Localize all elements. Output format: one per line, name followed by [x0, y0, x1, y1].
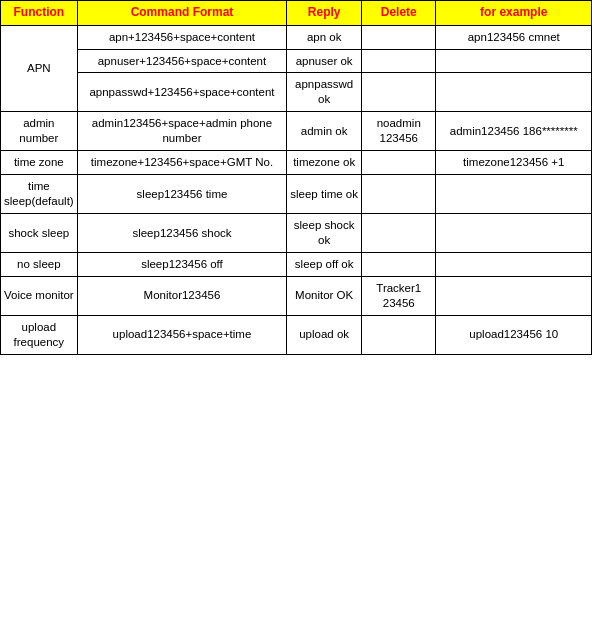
cell-reply: sleep time ok — [287, 175, 362, 214]
cell-example — [436, 49, 592, 73]
table-row: time sleep(default)sleep123456 timesleep… — [1, 175, 592, 214]
table-row: Voice monitorMonitor123456Monitor OKTrac… — [1, 276, 592, 315]
cell-reply: sleep shock ok — [287, 214, 362, 253]
cell-delete — [362, 252, 436, 276]
cell-command: sleep123456 shock — [77, 214, 287, 253]
cell-delete: Tracker1 23456 — [362, 276, 436, 315]
cell-delete — [362, 175, 436, 214]
cell-delete: noadmin 123456 — [362, 112, 436, 151]
cell-command: apnpasswd+123456+space+content — [77, 73, 287, 112]
cell-example — [436, 276, 592, 315]
cell-delete — [362, 73, 436, 112]
cell-command: upload123456+space+time — [77, 315, 287, 354]
cell-delete — [362, 25, 436, 49]
table-row: apnuser+123456+space+contentapnuser ok — [1, 49, 592, 73]
cell-example: upload123456 10 — [436, 315, 592, 354]
cell-reply: apnuser ok — [287, 49, 362, 73]
table-row: no sleepsleep123456 offsleep off ok — [1, 252, 592, 276]
cell-example — [436, 73, 592, 112]
cell-example — [436, 175, 592, 214]
cell-function: time zone — [1, 151, 78, 175]
header-command: Command Format — [77, 1, 287, 26]
cell-example: apn123456 cmnet — [436, 25, 592, 49]
cell-command: apnuser+123456+space+content — [77, 49, 287, 73]
table-row: admin numberadmin123456+space+admin phon… — [1, 112, 592, 151]
cell-delete — [362, 315, 436, 354]
cell-reply: apn ok — [287, 25, 362, 49]
cell-command: Monitor123456 — [77, 276, 287, 315]
cell-command: sleep123456 time — [77, 175, 287, 214]
cell-delete — [362, 214, 436, 253]
header-reply: Reply — [287, 1, 362, 26]
cell-reply: timezone ok — [287, 151, 362, 175]
cell-example: timezone123456 +1 — [436, 151, 592, 175]
cell-delete — [362, 49, 436, 73]
cell-reply: sleep off ok — [287, 252, 362, 276]
table-row: apnpasswd+123456+space+contentapnpasswd … — [1, 73, 592, 112]
cell-function: time sleep(default) — [1, 175, 78, 214]
cell-example — [436, 214, 592, 253]
cell-function: admin number — [1, 112, 78, 151]
header-function: Function — [1, 1, 78, 26]
cell-function: upload frequency — [1, 315, 78, 354]
table-row: APNapn+123456+space+contentapn okapn1234… — [1, 25, 592, 49]
cell-delete — [362, 151, 436, 175]
cell-reply: admin ok — [287, 112, 362, 151]
table-row: upload frequencyupload123456+space+timeu… — [1, 315, 592, 354]
cell-example — [436, 252, 592, 276]
cell-command: sleep123456 off — [77, 252, 287, 276]
cell-reply: Monitor OK — [287, 276, 362, 315]
cell-function: no sleep — [1, 252, 78, 276]
cell-function: APN — [1, 25, 78, 112]
cell-reply: upload ok — [287, 315, 362, 354]
cell-command: admin123456+space+admin phone number — [77, 112, 287, 151]
cell-reply: apnpasswd ok — [287, 73, 362, 112]
cell-function: shock sleep — [1, 214, 78, 253]
header-delete: Delete — [362, 1, 436, 26]
command-table: Function Command Format Reply Delete for… — [0, 0, 592, 355]
cell-command: timezone+123456+space+GMT No. — [77, 151, 287, 175]
header-example: for example — [436, 1, 592, 26]
table-row: shock sleepsleep123456 shocksleep shock … — [1, 214, 592, 253]
cell-command: apn+123456+space+content — [77, 25, 287, 49]
cell-function: Voice monitor — [1, 276, 78, 315]
table-row: time zonetimezone+123456+space+GMT No.ti… — [1, 151, 592, 175]
cell-example: admin123456 186******** — [436, 112, 592, 151]
header-row: Function Command Format Reply Delete for… — [1, 1, 592, 26]
